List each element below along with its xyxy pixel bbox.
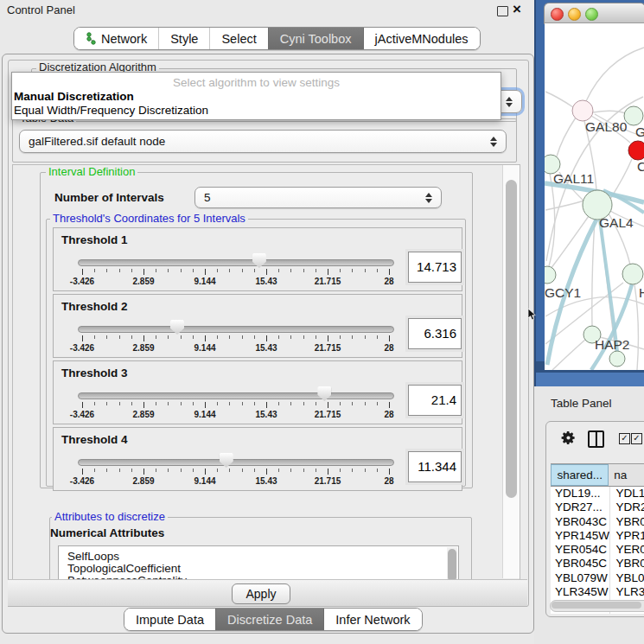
network-edge[interactable] [593,111,625,113]
network-edge[interactable] [592,220,595,326]
threshold-value-field[interactable]: 14.713 [408,252,462,283]
table-row[interactable]: YBL079WYBL0 [551,571,644,585]
slider-tick [266,269,267,275]
threshold-label: Threshold 1 [61,233,128,246]
list-scrollbar-thumb[interactable] [448,549,456,581]
slider-tick [316,402,316,405]
slider-tick [303,402,304,405]
number-of-intervals-value: 5 [204,191,424,204]
table-column-header-shared-[interactable]: shared... [551,464,609,486]
slider-tick [242,269,243,272]
vertical-scrollbar-thumb[interactable] [506,180,517,498]
tab-select[interactable]: Select [209,28,267,49]
threshold-value-field[interactable]: 6.316 [408,318,462,349]
dropdown-option-equal-width-frequency[interactable]: Equal Width/Frequency Discretization [14,104,498,117]
attribute-list-item[interactable]: SelfLoops [59,551,458,563]
horizontal-scrollbar-thumb[interactable] [552,602,641,609]
tab-label: Cyni Toolbox [280,32,352,46]
close-traffic-light-icon[interactable] [551,8,564,21]
gear-icon[interactable] [560,430,577,446]
table-data-combobox[interactable]: galFiltered.sif default node [19,130,507,153]
threshold-label: Threshold 2 [61,300,128,313]
network-edge[interactable] [634,284,638,370]
table-row[interactable]: YDL19...YDL1 [551,487,644,501]
slider-tick [266,469,267,475]
slider-tick [242,335,243,339]
slider-tick [181,335,182,339]
slider-tick-label: 9.144 [184,343,226,353]
threshold-slider-track[interactable] [78,259,394,266]
threshold-value-field[interactable]: 21.4 [408,385,462,416]
network-view-canvas[interactable]: GAL80GCGAL11GAL4GCY1HHAP2 [545,22,644,370]
tab-discretize-data[interactable]: Discretize Data [215,609,323,630]
slider-tick [352,335,353,339]
network-node-label: HAP2 [595,337,630,352]
tab-jactivemnodules[interactable]: jActiveMNodules [363,28,480,49]
slider-tick [106,335,107,339]
dropdown-option-manual-discretization[interactable]: Manual Discretization [14,90,498,103]
slider-tick-label: 28 [368,476,410,486]
network-window-titlebar[interactable] [544,3,644,24]
threshold-slider-track[interactable] [78,459,394,466]
table-row[interactable]: YPR145WYPR1 [551,529,644,543]
slider-tick [290,469,291,472]
tab-impute-data[interactable]: Impute Data [124,609,215,630]
numerical-attributes-list[interactable]: SelfLoopsTopologicalCoefficientBetweenne… [58,545,459,581]
network-edge[interactable] [552,339,586,370]
threshold-slider-track[interactable] [78,326,394,333]
list-scrollbar[interactable] [447,547,457,581]
close-icon[interactable]: × [513,1,521,18]
slider-tick [389,269,390,275]
network-edge[interactable] [549,174,555,266]
tab-cyni-toolbox[interactable]: Cyni Toolbox [268,28,363,49]
table-column-header-na[interactable]: na [609,464,644,486]
apply-button[interactable]: Apply [232,583,290,604]
threshold-panel-threshold-3: Threshold 3-3.4262.8599.14415.4321.71528… [53,360,462,424]
dropdown-hint: Select algorithm to view settings [12,76,501,89]
slider-tick [217,335,218,339]
network-edge[interactable] [545,92,573,107]
slider-tick [316,469,316,472]
network-node-c[interactable] [628,141,644,160]
network-node[interactable] [609,351,625,367]
minimize-traffic-light-icon[interactable] [568,8,581,21]
slider-tick [106,269,107,272]
slider-tick [278,469,279,472]
table-row[interactable]: YBR043CYBR0 [551,515,644,529]
network-edge[interactable] [557,118,576,156]
tab-style[interactable]: Style [158,28,209,49]
table-cell: YBR0 [610,557,644,571]
threshold-value-field[interactable]: 11.344 [408,451,462,482]
network-node-gcy1[interactable] [545,266,556,284]
table-cell: YPR145W [551,529,610,543]
slider-tick [193,402,194,405]
table-row[interactable]: YDR27...YDR2 [551,501,644,514]
table-row[interactable]: YBR045CYBR0 [551,557,644,571]
vertical-scrollbar[interactable] [502,165,520,578]
zoom-traffic-light-icon[interactable] [585,8,598,21]
column-layout-icon[interactable] [588,430,604,448]
float-window-icon[interactable] [497,6,508,16]
network-node-h[interactable] [622,264,643,284]
threshold-slider-track[interactable] [78,392,394,399]
network-node-gal80[interactable] [572,100,593,121]
tab-network[interactable]: Network [74,28,158,49]
checkbox-icon[interactable]: ✓ [631,433,642,444]
tab-label: Infer Network [335,613,410,627]
slider-tick [156,335,156,339]
network-node-g[interactable] [624,106,643,125]
slider-tick [389,402,390,408]
slider-tick-label: 15.43 [245,410,287,419]
network-edge[interactable] [586,48,644,101]
attribute-list-item[interactable]: TopologicalCoefficient [59,563,458,575]
table-row[interactable]: YER054CYER0 [551,543,644,557]
tab-infer-network[interactable]: Infer Network [323,609,421,630]
slider-tick [156,269,156,272]
threshold-label: Threshold 4 [61,433,128,446]
network-edge[interactable] [545,201,584,210]
network-node-label: C [637,159,644,174]
horizontal-scrollbar[interactable] [550,600,644,612]
table-row[interactable]: YLR345WYLR3 [551,585,644,599]
checkbox-icon[interactable]: ✓ [619,433,630,444]
number-of-intervals-combobox[interactable]: 5 [194,187,442,208]
